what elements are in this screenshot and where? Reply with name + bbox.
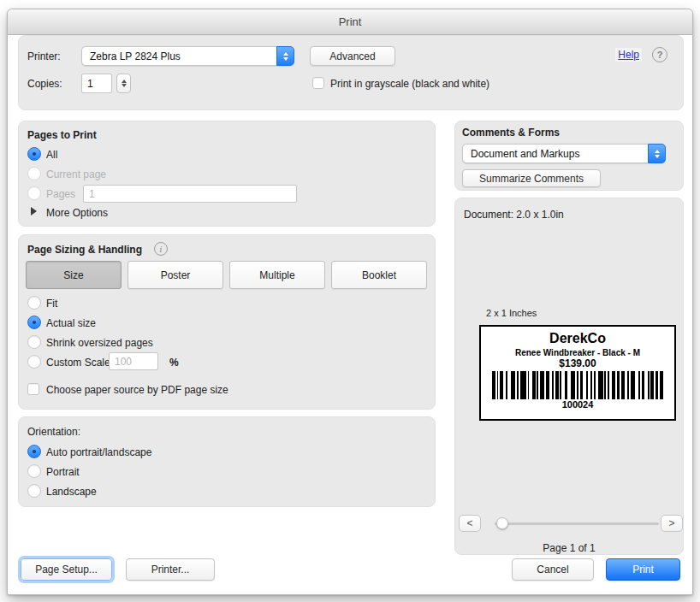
label-product: Renee Windbreaker - Black - M	[481, 348, 674, 357]
printer-button[interactable]: Printer...	[126, 558, 215, 581]
pages-to-print-panel: Pages to Print All Current page Pages Mo…	[18, 121, 436, 227]
radio-shrink-label: Shrink oversized pages	[46, 337, 153, 349]
printer-panel: Printer: Zebra LP 2824 Plus Advanced Hel…	[18, 35, 684, 110]
cancel-button[interactable]: Cancel	[512, 558, 594, 581]
printer-select[interactable]: Zebra LP 2824 Plus	[81, 46, 294, 66]
label-preview: DerekCo Renee Windbreaker - Black - M $1…	[479, 325, 676, 421]
document-size-text: Document: 2.0 x 1.0in	[464, 209, 564, 221]
popup-caret-icon	[276, 46, 294, 66]
print-dialog: Print Printer: Zebra LP 2824 Plus Advanc…	[7, 9, 693, 595]
radio-portrait-label: Portrait	[46, 466, 80, 478]
orientation-panel: Orientation: Auto portrait/landscape Por…	[18, 416, 436, 507]
printer-label: Printer:	[27, 50, 61, 62]
help-circle-icon[interactable]: ?	[652, 47, 667, 62]
disclosure-triangle-icon[interactable]	[31, 207, 37, 215]
info-icon[interactable]: i	[154, 242, 168, 256]
copies-input[interactable]	[81, 74, 112, 93]
title-bar: Print	[8, 9, 692, 35]
label-price: $139.00	[481, 357, 674, 369]
radio-landscape[interactable]	[27, 484, 41, 498]
help-link[interactable]: Help	[615, 48, 642, 62]
comments-forms-heading: Comments & Forms	[462, 127, 560, 139]
radio-custom-scale[interactable]	[27, 355, 41, 369]
radio-portrait[interactable]	[27, 464, 41, 478]
radio-shrink[interactable]	[27, 335, 41, 349]
popup-caret-icon	[648, 144, 666, 163]
label-company: DerekCo	[481, 331, 674, 346]
page-setup-button[interactable]: Page Setup...	[21, 558, 112, 581]
copies-stepper[interactable]	[116, 74, 131, 93]
radio-actual-size[interactable]	[27, 316, 41, 329]
dialog-title: Print	[339, 15, 362, 28]
page-sizing-panel: Page Sizing & Handling i Size Poster Mul…	[18, 234, 436, 410]
barcode-value: 100024	[481, 399, 674, 410]
radio-fit-label: Fit	[46, 298, 57, 310]
tab-multiple[interactable]: Multiple	[229, 261, 325, 289]
percent-label: %	[169, 357, 179, 369]
paper-source-label: Choose paper source by PDF page size	[46, 384, 228, 396]
radio-all[interactable]	[27, 147, 41, 161]
comments-forms-select-value: Document and Markups	[463, 148, 648, 160]
tab-booklet[interactable]: Booklet	[331, 261, 427, 289]
comments-forms-panel: Comments & Forms Document and Markups Su…	[454, 121, 684, 191]
page-slider-track[interactable]	[495, 522, 659, 525]
radio-all-label: All	[46, 149, 57, 161]
printer-select-value: Zebra LP 2824 Plus	[82, 50, 276, 62]
tab-size[interactable]: Size	[26, 261, 122, 289]
radio-pages-label: Pages	[46, 188, 75, 200]
radio-auto-orientation-label: Auto portrait/landscape	[46, 446, 151, 458]
preview-panel: Document: 2.0 x 1.0in 2 x 1 Inches Derek…	[454, 198, 684, 555]
radio-current-page[interactable]	[27, 167, 41, 180]
radio-pages[interactable]	[27, 186, 41, 200]
page-indicator: Page 1 of 1	[455, 542, 683, 554]
page-sizing-heading: Page Sizing & Handling	[27, 244, 142, 256]
custom-scale-input[interactable]	[109, 352, 158, 370]
page-slider-thumb[interactable]	[496, 517, 508, 529]
summarize-comments-button[interactable]: Summarize Comments	[462, 169, 601, 187]
radio-auto-orientation[interactable]	[27, 445, 41, 458]
tab-poster[interactable]: Poster	[128, 261, 223, 289]
advanced-button[interactable]: Advanced	[310, 46, 395, 66]
copies-label: Copies:	[27, 78, 62, 90]
paper-source-checkbox[interactable]	[27, 383, 39, 395]
label-size-text: 2 x 1 Inches	[486, 308, 537, 318]
print-button[interactable]: Print	[606, 558, 680, 581]
prev-page-button[interactable]: <	[459, 515, 481, 532]
comments-forms-select[interactable]: Document and Markups	[462, 144, 666, 163]
pages-range-input[interactable]	[83, 185, 297, 203]
radio-fit[interactable]	[27, 296, 41, 310]
pages-to-print-heading: Pages to Print	[27, 129, 97, 141]
grayscale-checkbox[interactable]	[312, 77, 324, 89]
grayscale-label: Print in grayscale (black and white)	[330, 78, 489, 90]
radio-current-page-label: Current page	[46, 168, 106, 180]
more-options-label[interactable]: More Options	[46, 207, 108, 219]
radio-actual-size-label: Actual size	[46, 317, 96, 329]
radio-custom-scale-label: Custom Scale:	[46, 357, 113, 369]
barcode	[490, 371, 665, 399]
orientation-heading: Orientation:	[27, 426, 80, 438]
next-page-button[interactable]: >	[661, 515, 683, 532]
radio-landscape-label: Landscape	[46, 486, 97, 498]
